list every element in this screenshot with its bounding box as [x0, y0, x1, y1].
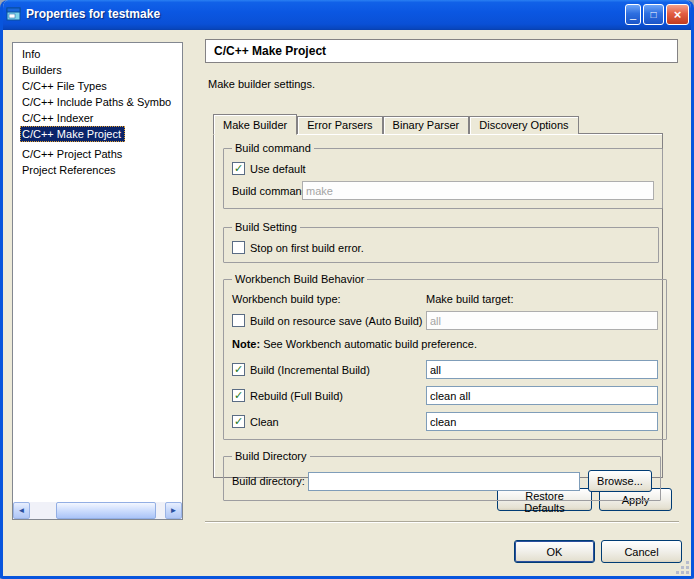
minimize-button[interactable]: _	[625, 4, 641, 25]
build-command-input	[302, 181, 654, 200]
resize-grip[interactable]	[677, 562, 690, 575]
build-incremental-target-input[interactable]	[426, 360, 658, 379]
clean-checkbox[interactable]: ✓	[232, 415, 245, 428]
tab-error-parsers[interactable]: Error Parsers	[297, 116, 382, 134]
scroll-left-icon[interactable]: ◄	[13, 502, 30, 519]
build-directory-group: Build Directory Build directory: Browse.…	[223, 450, 661, 501]
build-command-legend: Build command	[232, 142, 314, 154]
build-directory-label: Build directory:	[232, 475, 308, 487]
auto-build-label: Build on resource save (Auto Build)	[250, 315, 422, 327]
tree-item-project-references[interactable]: Project References	[13, 162, 182, 178]
build-incremental-label: Build (Incremental Build)	[250, 364, 370, 376]
build-command-group: Build command ✓ Use default Build comman…	[223, 142, 663, 209]
browse-button[interactable]: Browse...	[588, 470, 652, 492]
checkmark-icon: ✓	[234, 390, 243, 401]
close-button[interactable]: ×	[666, 4, 689, 25]
tree-item-builders[interactable]: Builders	[13, 62, 182, 78]
use-default-label: Use default	[250, 163, 306, 175]
checkmark-icon: ✓	[234, 364, 243, 375]
auto-build-target-input	[426, 311, 658, 330]
workbench-group: Workbench Build Behavior Workbench build…	[223, 273, 667, 440]
clean-label: Clean	[250, 416, 279, 428]
stop-on-error-label: Stop on first build error.	[250, 242, 364, 254]
use-default-checkbox[interactable]: ✓	[232, 162, 245, 175]
scroll-right-icon[interactable]: ►	[165, 502, 182, 519]
build-command-label: Build command:	[232, 185, 298, 197]
build-incremental-checkbox[interactable]: ✓	[232, 363, 245, 376]
checkmark-icon: ✓	[234, 163, 243, 174]
tab-discovery-options[interactable]: Discovery Options	[469, 116, 578, 134]
window-title: Properties for testmake	[26, 7, 625, 21]
tree-item-indexer[interactable]: C/C++ Indexer	[13, 110, 182, 126]
make-builder-panel: Build command ✓ Use default Build comman…	[213, 133, 663, 478]
build-setting-legend: Build Setting	[232, 221, 300, 233]
titlebar-buttons: _ □ ×	[625, 4, 689, 25]
page-subtitle: Make builder settings.	[208, 78, 315, 90]
tab-make-builder[interactable]: Make Builder	[213, 114, 297, 135]
tree-item-file-types[interactable]: C/C++ File Types	[13, 78, 182, 94]
tree-item-include-paths[interactable]: C/C++ Include Paths & Symbo	[13, 94, 182, 110]
workbench-legend: Workbench Build Behavior	[232, 273, 367, 285]
auto-build-checkbox[interactable]	[232, 314, 245, 327]
build-directory-input[interactable]	[308, 472, 580, 491]
clean-target-input[interactable]	[426, 412, 658, 431]
build-setting-group: Build Setting Stop on first build error.	[223, 221, 659, 263]
titlebar[interactable]: Properties for testmake _ □ ×	[0, 0, 694, 30]
rebuild-full-label: Rebuild (Full Build)	[250, 390, 343, 402]
workbench-build-type-label: Workbench build type:	[232, 293, 341, 305]
note-text: See Workbench automatic build preference…	[260, 338, 477, 350]
scrollbar-thumb[interactable]	[56, 502, 156, 519]
window-icon	[6, 6, 22, 22]
build-directory-legend: Build Directory	[232, 450, 310, 462]
properties-tree: Info Builders C/C++ File Types C/C++ Inc…	[12, 42, 183, 520]
ok-button[interactable]: OK	[514, 540, 595, 563]
rebuild-full-target-input[interactable]	[426, 386, 658, 405]
scrollbar-track[interactable]	[30, 502, 165, 519]
tab-bar: Make Builder Error Parsers Binary Parser…	[213, 113, 579, 134]
tab-binary-parser[interactable]: Binary Parser	[383, 116, 470, 134]
tree-horizontal-scrollbar[interactable]: ◄ ►	[13, 502, 182, 519]
cancel-button[interactable]: Cancel	[601, 540, 682, 563]
make-build-target-label: Make build target:	[426, 293, 513, 305]
properties-dialog: Properties for testmake _ □ × Info Build…	[0, 0, 694, 579]
maximize-button[interactable]: □	[643, 4, 664, 25]
workbench-note: Note: See Workbench automatic build pref…	[232, 338, 658, 350]
bottom-separator	[205, 521, 679, 523]
tree-item-project-paths[interactable]: C/C++ Project Paths	[13, 146, 182, 162]
page-title: C/C++ Make Project	[205, 39, 678, 63]
stop-on-error-checkbox[interactable]	[232, 241, 245, 254]
note-label: Note:	[232, 338, 260, 350]
rebuild-full-checkbox[interactable]: ✓	[232, 389, 245, 402]
tree-item-make-project[interactable]: C/C++ Make Project	[20, 126, 125, 142]
checkmark-icon: ✓	[234, 416, 243, 427]
tree-item-info[interactable]: Info	[13, 46, 182, 62]
